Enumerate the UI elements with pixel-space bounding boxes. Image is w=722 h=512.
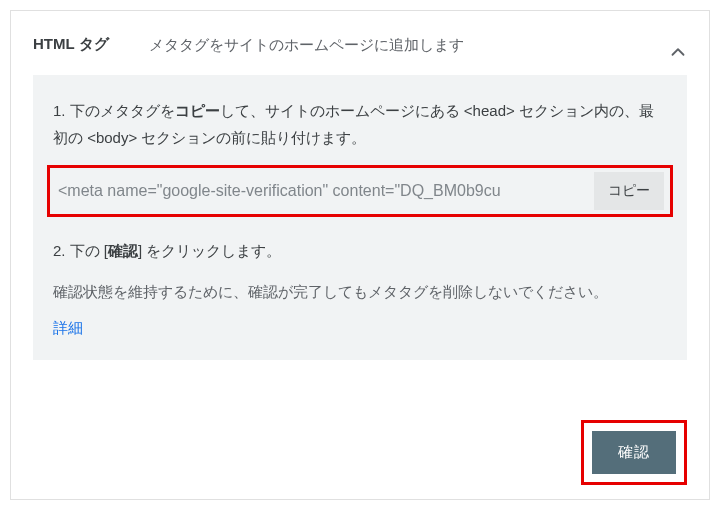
panel-content: 1. 下のメタタグをコピーして、サイトのホームページにある <head> セクシ…: [33, 75, 687, 360]
panel-title: HTML タグ: [33, 33, 109, 54]
step-1-bold: コピー: [175, 102, 220, 119]
step-2-pre: 2. 下の [: [53, 242, 108, 259]
copy-button[interactable]: コピー: [594, 172, 664, 210]
step-2-bold: 確認: [108, 242, 138, 259]
html-tag-panel: HTML タグ メタタグをサイトのホームページに追加します 1. 下のメタタグを…: [10, 10, 710, 500]
step-2-post: ] をクリックします。: [138, 242, 281, 259]
step-1-pre: 1. 下のメタタグを: [53, 102, 175, 119]
panel-header[interactable]: HTML タグ メタタグをサイトのホームページに追加します: [11, 11, 709, 75]
step-2-text: 2. 下の [確認] をクリックします。: [53, 237, 667, 264]
retention-note: 確認状態を維持するために、確認が完了してもメタタグを削除しないでください。: [53, 278, 667, 305]
confirm-highlight: 確認: [581, 420, 687, 485]
chevron-up-icon[interactable]: [667, 41, 689, 63]
step-1-text: 1. 下のメタタグをコピーして、サイトのホームページにある <head> セクシ…: [53, 97, 667, 151]
meta-tag-row: <meta name="google-site-verification" co…: [47, 165, 673, 217]
meta-tag-code[interactable]: <meta name="google-site-verification" co…: [58, 182, 594, 200]
details-link[interactable]: 詳細: [53, 319, 83, 336]
panel-description: メタタグをサイトのホームページに追加します: [149, 33, 687, 57]
confirm-button[interactable]: 確認: [592, 431, 676, 474]
